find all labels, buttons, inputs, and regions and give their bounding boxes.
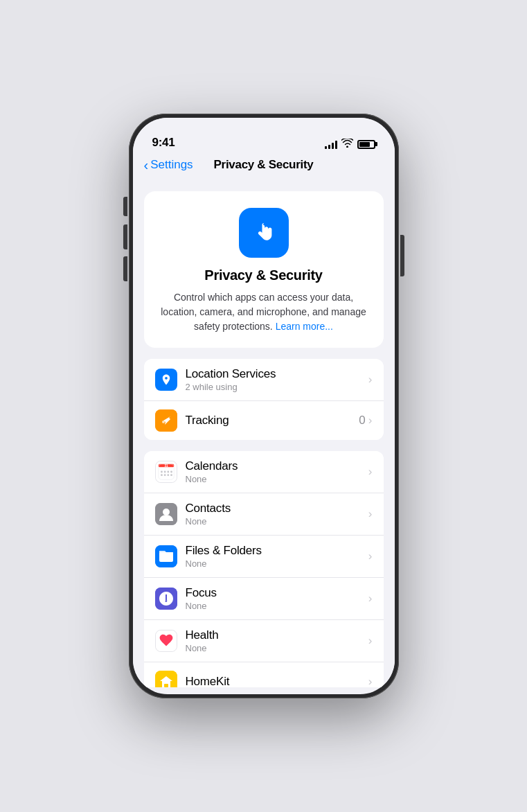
hero-section: Privacy & Security Control which apps ca… xyxy=(144,191,384,348)
homekit-right: › xyxy=(368,675,373,687)
tracking-title: Tracking xyxy=(186,414,359,427)
calendars-subtitle: None xyxy=(186,474,368,484)
svg-point-16 xyxy=(163,509,170,515)
tracking-content: Tracking xyxy=(186,414,359,427)
files-folders-subtitle: None xyxy=(186,558,368,569)
learn-more-link[interactable]: Learn more... xyxy=(276,321,333,332)
phone-frame: 9:41 xyxy=(129,114,399,698)
svg-rect-19 xyxy=(155,588,177,610)
files-folders-content: Files & Folders None xyxy=(186,544,368,569)
svg-rect-22 xyxy=(164,684,168,687)
svg-rect-4 xyxy=(158,467,174,479)
calendars-chevron-icon: › xyxy=(368,465,373,479)
svg-point-12 xyxy=(167,474,169,476)
svg-point-8 xyxy=(167,471,169,473)
calendars-icon: 31 xyxy=(155,461,177,483)
svg-point-7 xyxy=(163,471,166,473)
hero-title: Privacy & Security xyxy=(204,267,322,283)
tracking-row[interactable]: Tracking 0 › xyxy=(144,401,384,440)
health-chevron-icon: › xyxy=(368,634,373,648)
calendars-content: Calendars None xyxy=(186,459,368,484)
contacts-content: Contacts None xyxy=(186,502,368,527)
mute-button xyxy=(123,197,127,216)
volume-down-button xyxy=(123,256,127,281)
homekit-icon xyxy=(155,671,177,687)
location-services-right: › xyxy=(368,373,373,387)
svg-point-6 xyxy=(161,471,163,473)
tracking-icon xyxy=(155,409,177,432)
svg-point-13 xyxy=(170,474,172,476)
phone-screen: 9:41 xyxy=(133,118,395,694)
navigation-bar: ‹ Settings Privacy & Security xyxy=(133,155,395,180)
location-services-title: Location Services xyxy=(186,367,368,381)
status-time: 9:41 xyxy=(152,136,175,150)
privacy-hand-icon xyxy=(251,220,277,246)
hero-description: Control which apps can access your data,… xyxy=(158,290,370,334)
location-services-subtitle: 2 while using xyxy=(186,382,368,392)
health-content: Health None xyxy=(186,628,368,653)
contacts-row[interactable]: Contacts None › xyxy=(144,493,384,536)
tracking-count: 0 xyxy=(359,414,365,427)
calendars-title: Calendars xyxy=(186,459,368,473)
focus-row[interactable]: Focus None › xyxy=(144,578,384,620)
signal-icon xyxy=(325,139,337,149)
calendars-right: › xyxy=(368,465,373,479)
battery-fill xyxy=(359,142,370,147)
svg-point-9 xyxy=(170,471,172,473)
status-icons xyxy=(325,139,375,150)
files-folders-title: Files & Folders xyxy=(186,544,368,558)
homekit-row[interactable]: HomeKit › xyxy=(144,662,384,687)
homekit-chevron-icon: › xyxy=(368,675,373,687)
health-icon xyxy=(155,630,177,652)
files-folders-chevron-icon: › xyxy=(368,549,373,563)
location-services-row[interactable]: Location Services 2 while using › xyxy=(144,359,384,401)
contacts-title: Contacts xyxy=(186,502,368,515)
homekit-title: HomeKit xyxy=(186,675,368,687)
focus-chevron-icon: › xyxy=(368,592,373,606)
focus-icon xyxy=(155,588,177,610)
back-chevron-icon: ‹ xyxy=(144,158,149,172)
contacts-right: › xyxy=(368,507,373,521)
health-subtitle: None xyxy=(186,643,368,653)
files-folders-row[interactable]: Files & Folders None › xyxy=(144,536,384,578)
back-label: Settings xyxy=(150,158,193,172)
page-title: Privacy & Security xyxy=(214,158,314,172)
contacts-subtitle: None xyxy=(186,516,368,527)
focus-content: Focus None xyxy=(186,586,368,611)
contacts-chevron-icon: › xyxy=(368,507,373,521)
homekit-content: HomeKit xyxy=(186,675,368,687)
focus-right: › xyxy=(368,592,373,606)
signal-bar-4 xyxy=(335,141,337,149)
hero-icon xyxy=(239,208,289,258)
back-button[interactable]: ‹ Settings xyxy=(144,158,193,172)
volume-up-button xyxy=(123,224,127,249)
svg-point-1 xyxy=(162,421,165,423)
health-right: › xyxy=(368,634,373,648)
calendars-row[interactable]: 31 Calendars None › xyxy=(144,451,384,493)
signal-bar-2 xyxy=(328,145,330,149)
tracking-right: 0 › xyxy=(359,414,372,427)
files-folders-icon xyxy=(155,545,177,567)
location-services-icon xyxy=(155,369,177,391)
health-title: Health xyxy=(186,628,368,642)
scroll-content[interactable]: Privacy & Security Control which apps ca… xyxy=(133,180,395,687)
focus-subtitle: None xyxy=(186,601,368,611)
wifi-icon xyxy=(341,139,353,150)
location-services-content: Location Services 2 while using xyxy=(186,367,368,392)
tracking-chevron-icon: › xyxy=(368,414,373,427)
location-tracking-section: Location Services 2 while using › xyxy=(144,359,384,440)
status-bar: 9:41 xyxy=(133,118,395,155)
svg-text:31: 31 xyxy=(164,464,168,468)
files-folders-right: › xyxy=(368,549,373,563)
svg-point-10 xyxy=(161,474,163,476)
contacts-icon xyxy=(155,503,177,525)
chevron-right-icon: › xyxy=(368,373,373,387)
power-button xyxy=(400,235,404,276)
svg-point-11 xyxy=(163,474,166,476)
battery-icon xyxy=(357,140,375,149)
health-row[interactable]: Health None › xyxy=(144,620,384,662)
app-permissions-section: 31 Calendars None › xyxy=(144,451,384,687)
signal-bar-1 xyxy=(325,146,327,149)
signal-bar-3 xyxy=(332,143,334,149)
focus-title: Focus xyxy=(186,586,368,600)
